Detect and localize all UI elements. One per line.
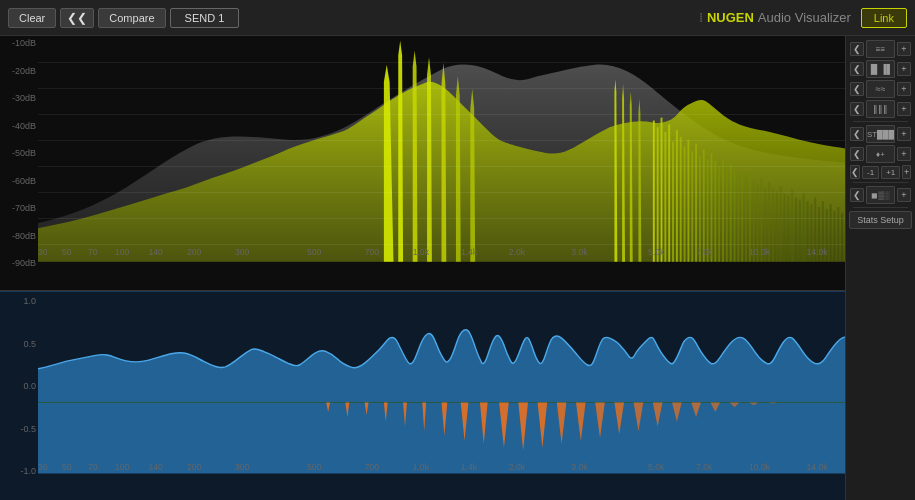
sidebar-prev-btn-2[interactable]: ❮	[850, 62, 864, 76]
svg-rect-46	[830, 204, 832, 262]
wave-label-neg1: -1.0	[2, 466, 36, 476]
sidebar-bars-btn[interactable]: ▐▌▐▌	[866, 60, 895, 78]
sidebar-row-7: ❮ -1 +1 +	[846, 165, 915, 179]
grid-h-8	[38, 244, 845, 245]
svg-rect-12	[699, 156, 701, 262]
svg-rect-37	[795, 197, 797, 261]
svg-rect-49	[841, 213, 843, 262]
compare-button[interactable]: Compare	[98, 8, 165, 28]
back-button[interactable]: ❮❮	[60, 8, 94, 28]
svg-text:10.0k: 10.0k	[749, 247, 771, 257]
svg-text:50: 50	[62, 247, 72, 257]
sidebar-prev-btn-4[interactable]: ❮	[850, 102, 864, 116]
svg-rect-10	[691, 151, 693, 261]
sidebar-plus-2[interactable]: +	[897, 62, 911, 76]
main-container: -10dB -20dB -30dB -40dB -50dB -60dB -70d…	[0, 36, 915, 500]
sidebar-sep-2	[853, 182, 908, 183]
sidebar-vert-btn[interactable]: ‖‖‖	[866, 100, 895, 118]
svg-text:2.0k: 2.0k	[509, 462, 526, 472]
svg-text:70: 70	[88, 247, 98, 257]
spectrum-svg: 30 50 70 100 140 200 300 500 700 1.0k 1.…	[38, 36, 845, 262]
svg-text:100: 100	[115, 247, 130, 257]
plus-one-button[interactable]: +1	[881, 166, 900, 179]
sidebar-plus-5[interactable]: +	[897, 127, 911, 141]
sidebar-prev-btn-5[interactable]: ❮	[850, 127, 864, 141]
spike-2	[398, 41, 403, 262]
chart-area: -10dB -20dB -30dB -40dB -50dB -60dB -70d…	[0, 36, 845, 500]
sidebar-row-5: ❮ ST███ +	[846, 125, 915, 143]
minus-one-button[interactable]: -1	[862, 166, 879, 179]
svg-rect-35	[787, 195, 789, 261]
svg-text:200: 200	[187, 462, 202, 472]
svg-text:200: 200	[187, 247, 202, 257]
sidebar-prev-btn-3[interactable]: ❮	[850, 82, 864, 96]
svg-text:300: 300	[235, 247, 250, 257]
svg-text:700: 700	[365, 462, 380, 472]
topbar: Clear ❮❮ Compare SEND 1 ⁞ NUGEN Audio Vi…	[0, 0, 915, 36]
grid-h-4	[38, 140, 845, 141]
sidebar-spectrum-btn[interactable]: ≡≡	[866, 40, 895, 58]
sidebar-prev-btn-7[interactable]: ❮	[850, 165, 860, 179]
svg-text:300: 300	[235, 462, 250, 472]
sidebar-plus-3[interactable]: +	[897, 82, 911, 96]
sidebar-prev-btn-8[interactable]: ❮	[850, 188, 864, 202]
stats-setup-button[interactable]: Stats Setup	[849, 211, 911, 229]
stats-label: Stats Setup	[857, 215, 904, 225]
sidebar-sep-3	[853, 207, 908, 208]
svg-rect-16	[714, 161, 716, 262]
spectrum-chart[interactable]: -10dB -20dB -30dB -40dB -50dB -60dB -70d…	[0, 36, 845, 291]
sidebar-plus-6[interactable]: +	[897, 147, 911, 161]
db-label-90: -90dB	[2, 258, 36, 268]
st-icon: ST███	[867, 130, 894, 139]
svg-rect-31	[772, 190, 774, 262]
sidebar-st-btn[interactable]: ST███	[866, 125, 895, 143]
svg-text:500: 500	[307, 247, 322, 257]
svg-rect-24	[745, 178, 747, 262]
svg-rect-6	[676, 130, 678, 262]
svg-text:5.0k: 5.0k	[648, 462, 665, 472]
svg-rect-17	[718, 166, 720, 262]
sidebar-row-3: ❮ ≈≈ +	[846, 80, 915, 98]
svg-text:10.0k: 10.0k	[749, 462, 771, 472]
wave-svg: 30 50 70 100 140 200 300 500 700 1.0k 1.…	[38, 292, 845, 474]
sidebar-sep-1	[853, 121, 908, 122]
svg-text:140: 140	[148, 462, 163, 472]
svg-text:7.0k: 7.0k	[696, 462, 713, 472]
sidebar-plus-8[interactable]: +	[897, 188, 911, 202]
svg-text:100: 100	[115, 462, 130, 472]
clear-button[interactable]: Clear	[8, 8, 56, 28]
svg-rect-19	[726, 169, 728, 262]
svg-rect-4	[668, 124, 670, 261]
sidebar-plus-4[interactable]: +	[897, 102, 911, 116]
grid-h-3	[38, 114, 845, 115]
send-label: SEND 1	[170, 8, 240, 28]
svg-rect-20	[730, 163, 732, 262]
wave-label-0_5: 0.5	[2, 339, 36, 349]
svg-rect-1	[657, 127, 659, 261]
db-label-80: -80dB	[2, 231, 36, 241]
sidebar-diamond-btn[interactable]: ♦ +	[866, 145, 895, 163]
link-button[interactable]: Link	[861, 8, 907, 28]
db-label-20: -20dB	[2, 66, 36, 76]
sidebar-meter-btn[interactable]: ◼▒░	[866, 186, 895, 204]
sidebar-prev-btn-6[interactable]: ❮	[850, 147, 864, 161]
svg-rect-15	[711, 153, 713, 262]
sidebar-row-1: ❮ ≡≡ +	[846, 40, 915, 58]
wave-label-neg0_5: -0.5	[2, 424, 36, 434]
grid-h-2	[38, 88, 845, 89]
svg-text:7.0k: 7.0k	[696, 247, 713, 257]
grid-h-1	[38, 62, 845, 63]
sidebar-row-2: ❮ ▐▌▐▌ +	[846, 60, 915, 78]
svg-text:500: 500	[307, 462, 322, 472]
svg-rect-36	[791, 190, 793, 262]
svg-rect-48	[837, 207, 839, 262]
wave-chart[interactable]: 1.0 0.5 0.0 -0.5 -1.0	[0, 291, 845, 500]
sidebar-prev-btn[interactable]: ❮	[850, 42, 864, 56]
sidebar-wave-btn[interactable]: ≈≈	[866, 80, 895, 98]
sidebar-plus-7[interactable]: +	[902, 165, 911, 179]
svg-rect-23	[741, 169, 743, 262]
svg-text:14.0k: 14.0k	[807, 247, 829, 257]
sidebar-plus-1[interactable]: +	[897, 42, 911, 56]
svg-text:50: 50	[62, 462, 72, 472]
plus-diamond-icon: +	[880, 150, 885, 159]
